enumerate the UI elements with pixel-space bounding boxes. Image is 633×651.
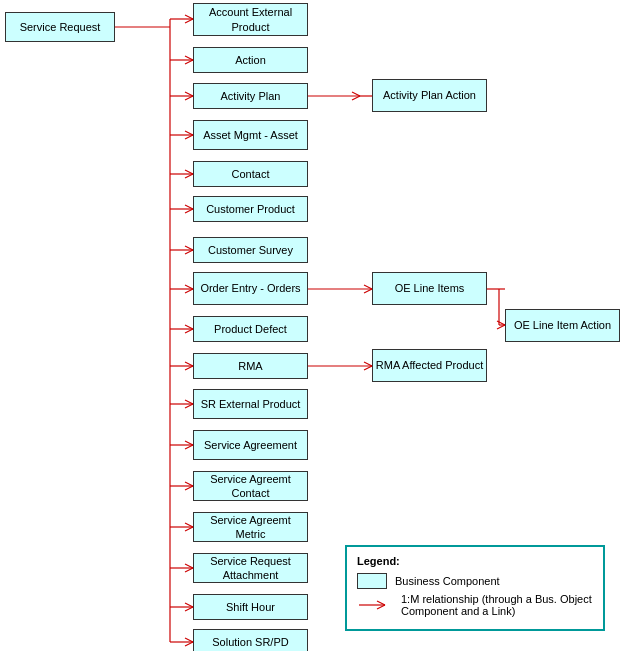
activity-plan-node: Activity Plan xyxy=(193,83,308,109)
svg-line-55 xyxy=(352,96,360,100)
legend-rel-icon xyxy=(357,597,393,613)
svg-line-52 xyxy=(185,642,193,646)
legend-title: Legend: xyxy=(357,555,593,567)
service-request-attachment-node: Service Request Attachment xyxy=(193,553,308,583)
shift-hour-node: Shift Hour xyxy=(193,594,308,620)
svg-line-28 xyxy=(185,329,193,333)
activity-plan-action-node: Activity Plan Action xyxy=(372,79,487,112)
svg-line-12 xyxy=(185,131,193,135)
order-entry-node: Order Entry - Orders xyxy=(193,272,308,305)
rma-affected-product-node: RMA Affected Product xyxy=(372,349,487,382)
svg-line-16 xyxy=(185,174,193,178)
oe-line-items-node: OE Line Items xyxy=(372,272,487,305)
svg-line-58 xyxy=(364,285,372,289)
sr-external-product-node: SR External Product xyxy=(193,389,308,419)
legend-row-rel: 1:M relationship (through a Bus. Object … xyxy=(357,593,593,617)
legend-bc-label: Business Component xyxy=(395,575,500,587)
rma-node: RMA xyxy=(193,353,308,379)
svg-line-64 xyxy=(497,325,505,329)
customer-product-node: Customer Product xyxy=(193,196,308,222)
product-defect-node: Product Defect xyxy=(193,316,308,342)
legend-row-bc: Business Component xyxy=(357,573,593,589)
svg-line-42 xyxy=(185,523,193,527)
svg-line-45 xyxy=(185,564,193,568)
svg-line-48 xyxy=(185,603,193,607)
svg-line-46 xyxy=(185,568,193,572)
service-agreement-node: Service Agreement xyxy=(193,430,308,460)
svg-line-54 xyxy=(352,92,360,96)
svg-line-9 xyxy=(185,92,193,96)
svg-line-21 xyxy=(185,246,193,250)
customer-survey-node: Customer Survey xyxy=(193,237,308,263)
svg-line-7 xyxy=(185,60,193,64)
action-node: Action xyxy=(193,47,308,73)
svg-line-3 xyxy=(185,15,193,19)
svg-line-37 xyxy=(185,445,193,449)
svg-line-66 xyxy=(364,362,372,366)
svg-line-67 xyxy=(364,366,372,370)
svg-line-34 xyxy=(185,404,193,408)
svg-line-30 xyxy=(185,362,193,366)
svg-line-27 xyxy=(185,325,193,329)
service-agreemt-contact-node: Service Agreemt Contact xyxy=(193,471,308,501)
svg-line-33 xyxy=(185,400,193,404)
svg-line-15 xyxy=(185,170,193,174)
svg-line-51 xyxy=(185,638,193,642)
svg-line-24 xyxy=(185,285,193,289)
contact-node: Contact xyxy=(193,161,308,187)
service-request-node: Service Request xyxy=(5,12,115,42)
asset-mgmt-node: Asset Mgmt - Asset xyxy=(193,120,308,150)
svg-line-4 xyxy=(185,19,193,23)
service-agreemt-metric-node: Service Agreemt Metric xyxy=(193,512,308,542)
svg-line-31 xyxy=(185,366,193,370)
legend-box: Legend: Business Component 1:M relations… xyxy=(345,545,605,631)
account-external-node: Account External Product xyxy=(193,3,308,36)
svg-line-49 xyxy=(185,607,193,611)
svg-line-43 xyxy=(185,527,193,531)
svg-line-10 xyxy=(185,96,193,100)
svg-line-36 xyxy=(185,441,193,445)
solution-srpd-node: Solution SR/PD xyxy=(193,629,308,651)
svg-line-18 xyxy=(185,205,193,209)
oe-line-item-action-node: OE Line Item Action xyxy=(505,309,620,342)
legend-bc-icon xyxy=(357,573,387,589)
svg-line-19 xyxy=(185,209,193,213)
svg-line-6 xyxy=(185,56,193,60)
svg-line-22 xyxy=(185,250,193,254)
diagram-container: Service Request Account External Product… xyxy=(0,0,633,651)
svg-line-63 xyxy=(497,321,505,325)
svg-line-25 xyxy=(185,289,193,293)
legend-rel-label: 1:M relationship (through a Bus. Object … xyxy=(401,593,593,617)
svg-line-40 xyxy=(185,486,193,490)
svg-line-59 xyxy=(364,289,372,293)
svg-line-39 xyxy=(185,482,193,486)
svg-line-13 xyxy=(185,135,193,139)
